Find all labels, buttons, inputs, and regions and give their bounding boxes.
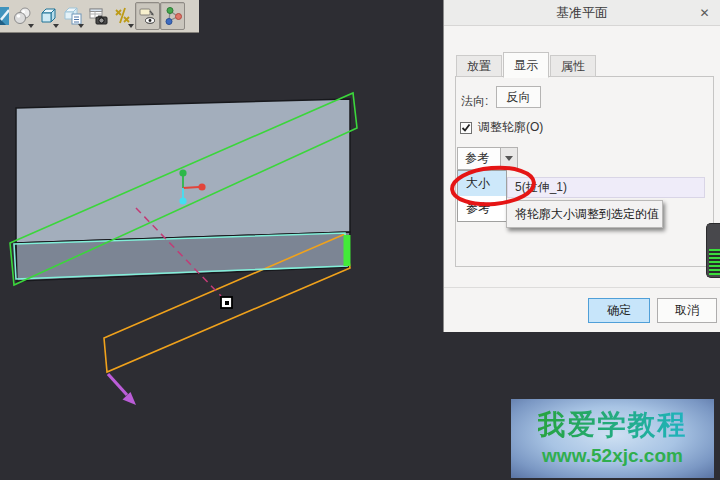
watermark: 我爱学教程 www.52xjc.com bbox=[511, 399, 714, 478]
droplist-item-reference[interactable]: 参考 bbox=[458, 196, 506, 221]
saved-views-camera-icon[interactable] bbox=[85, 2, 110, 30]
dialog-title: 基准平面 bbox=[556, 4, 608, 22]
dialog-tabs: 放置 显示 属性 bbox=[456, 51, 597, 77]
fit-type-combobox[interactable]: 参考 bbox=[457, 147, 518, 170]
spin-center-icon[interactable] bbox=[160, 2, 185, 30]
combobox-value[interactable]: 参考 bbox=[457, 147, 501, 170]
shaded-cube-icon[interactable] bbox=[35, 2, 60, 30]
watermark-url: www.52xjc.com bbox=[542, 445, 683, 467]
check-icon bbox=[461, 123, 471, 133]
dropdown-caret-icon[interactable] bbox=[28, 24, 34, 28]
triad-y-handle[interactable] bbox=[179, 169, 186, 176]
close-icon[interactable]: ✕ bbox=[697, 5, 712, 20]
dropdown-caret-icon[interactable] bbox=[53, 24, 59, 28]
appearance-gallery-icon[interactable] bbox=[60, 2, 85, 30]
triad-x-handle[interactable] bbox=[198, 183, 205, 190]
watermark-title: 我爱学教程 bbox=[538, 410, 688, 441]
fit-type-droplist: 大小 参考 bbox=[457, 170, 507, 222]
reference-input[interactable]: 5(拉伸_1) bbox=[507, 177, 705, 198]
render-style-spheres-icon[interactable] bbox=[10, 2, 35, 30]
graphics-toolbar bbox=[0, 0, 199, 33]
dialog-titlebar[interactable]: 基准平面 ✕ bbox=[444, 0, 720, 26]
tab-display[interactable]: 显示 bbox=[503, 52, 549, 78]
clipped-edit-icon[interactable] bbox=[0, 2, 10, 30]
edge-scroll-handle[interactable] bbox=[706, 223, 720, 278]
tooltip: 将轮廓大小调整到选定的值 bbox=[506, 200, 663, 228]
adjust-outline-label: 调整轮廓(O) bbox=[478, 119, 543, 136]
ok-button[interactable]: 确定 bbox=[588, 298, 650, 323]
normal-direction-label: 法向: bbox=[461, 93, 488, 110]
dropdown-caret-icon[interactable] bbox=[78, 24, 84, 28]
combobox-arrow-button[interactable] bbox=[501, 147, 518, 170]
direction-arrow[interactable] bbox=[108, 374, 136, 405]
flip-button[interactable]: 反向 bbox=[496, 86, 541, 108]
edge-handle-stripes bbox=[709, 249, 720, 275]
adjust-outline-checkbox[interactable] bbox=[460, 122, 472, 134]
tab-properties[interactable]: 属性 bbox=[550, 55, 596, 77]
footer-divider bbox=[444, 287, 720, 288]
cancel-button[interactable]: 取消 bbox=[657, 298, 717, 323]
dropdown-caret-icon[interactable] bbox=[128, 24, 134, 28]
annotation-display-icon[interactable] bbox=[135, 2, 160, 30]
chevron-down-icon bbox=[505, 156, 513, 161]
droplist-item-size[interactable]: 大小 bbox=[458, 171, 506, 196]
drag-handle[interactable] bbox=[221, 297, 232, 308]
tab-placement[interactable]: 放置 bbox=[456, 55, 502, 77]
triad-z-handle[interactable] bbox=[179, 197, 186, 204]
datum-display-filters-icon[interactable] bbox=[110, 2, 135, 30]
datum-plane-dialog: 基准平面 ✕ 放置 显示 属性 法向: 反向 调整轮廓(O) 参考 5(拉伸_1… bbox=[443, 0, 720, 332]
